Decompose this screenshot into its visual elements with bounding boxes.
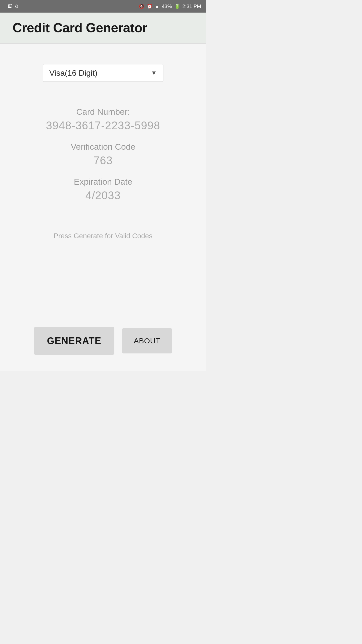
alarm-icon: ⏰ <box>147 4 152 9</box>
about-button[interactable]: ABOUT <box>122 328 172 353</box>
status-left-icons: 🖼 ♻ <box>8 4 19 9</box>
dropdown-selected-value: Visa(16 Digit) <box>49 68 97 78</box>
card-number-value: 3948-3617-2233-5998 <box>46 119 160 132</box>
verification-code-label: Verification Code <box>71 142 135 152</box>
time-display: 2:31 PM <box>183 4 201 9</box>
app-header: Credit Card Generator <box>0 13 206 43</box>
expiration-date-value: 4/2033 <box>85 189 121 202</box>
expiration-date-label: Expiration Date <box>74 177 132 187</box>
image-icon: 🖼 <box>8 4 12 9</box>
mute-icon: 🔇 <box>139 4 144 9</box>
buttons-area: GENERATE ABOUT <box>0 317 206 365</box>
battery-percent: 43% <box>162 4 172 9</box>
app-title: Credit Card Generator <box>13 20 194 35</box>
hint-text: Press Generate for Valid Codes <box>54 232 152 240</box>
card-number-label: Card Number: <box>76 107 130 117</box>
battery-icon: 🔋 <box>174 4 180 9</box>
signal-icon: ▲ <box>155 4 159 9</box>
status-bar: 🖼 ♻ 🔇 ⏰ ▲ 43% 🔋 2:31 PM <box>0 0 206 13</box>
generate-button[interactable]: GENERATE <box>34 327 114 355</box>
status-right-icons: 🔇 ⏰ ▲ 43% 🔋 2:31 PM <box>139 4 201 9</box>
verification-code-value: 763 <box>94 154 113 167</box>
card-type-dropdown[interactable]: Visa(16 Digit) ▼ <box>43 64 163 82</box>
card-info-section: Card Number: 3948-3617-2233-5998 Verific… <box>10 99 196 202</box>
chevron-down-icon: ▼ <box>151 69 157 76</box>
recycle-icon: ♻ <box>15 4 19 9</box>
